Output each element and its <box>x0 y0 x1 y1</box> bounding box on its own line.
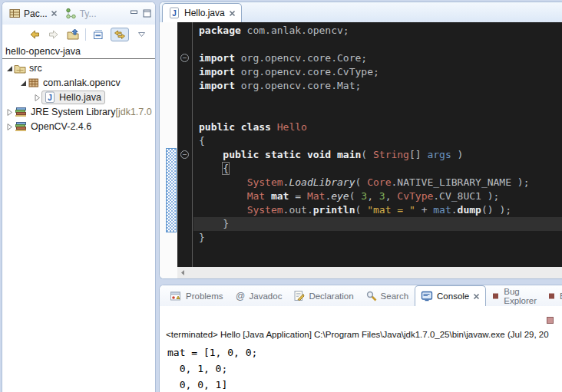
console-tabbar: Problems@JavadocDeclarationSearchConsole… <box>160 285 562 306</box>
code-line-5[interactable]: import org.opencv.core.Mat; <box>193 79 562 93</box>
code-token: org.opencv.core.Core; <box>235 52 367 64</box>
expander-collapsed-icon[interactable] <box>33 92 41 103</box>
fold-collapse-icon[interactable]: – <box>180 150 189 159</box>
console-tab-declaration[interactable]: Declaration <box>288 285 359 306</box>
minimize-icon[interactable] <box>130 9 138 18</box>
console-tab-problems[interactable]: Problems <box>164 285 229 306</box>
code-token: ( <box>361 149 373 160</box>
code-line-7[interactable] <box>193 107 562 120</box>
code-line-10[interactable]: public static void main( String[] args ) <box>193 148 562 162</box>
console-status-line: <terminated> Hello [Java Application] C:… <box>166 330 549 339</box>
code-line-6[interactable] <box>193 93 562 107</box>
view-tab-pac[interactable]: Pac... <box>6 6 61 21</box>
fold-collapse-icon[interactable]: – <box>180 54 189 62</box>
code-content[interactable]: package com.anlak.opencv;import org.open… <box>193 24 562 245</box>
code-line-16[interactable]: } <box>193 231 562 245</box>
tree-item-com-anlak-opencv[interactable]: com.anlak.opencv <box>2 75 155 90</box>
view-menu-button[interactable] <box>134 28 148 41</box>
code-line-2[interactable] <box>193 38 562 51</box>
code-line-9[interactable]: { <box>193 134 562 148</box>
code-line-11[interactable]: { <box>193 162 562 176</box>
view-tab-label: Ty... <box>80 8 97 19</box>
tree-root-project[interactable]: hello-opencv-java <box>2 45 155 58</box>
code-token: . <box>451 204 458 216</box>
tree-item-label: src <box>29 63 42 74</box>
up-button[interactable] <box>66 28 80 41</box>
code-line-14[interactable]: System.out.println( "mat = " + mat.dump(… <box>193 203 562 217</box>
back-button[interactable] <box>28 28 41 41</box>
close-icon[interactable] <box>229 10 236 17</box>
code-token: System <box>247 204 283 216</box>
expander-expanded-icon[interactable] <box>5 63 14 74</box>
console-tab-search[interactable]: Search <box>360 285 414 306</box>
package-folder-icon <box>14 62 26 74</box>
link-editor-icon <box>114 29 126 40</box>
code-token: + <box>415 204 433 216</box>
tree-item-jre-system-library[interactable]: JRE System Library [jdk1.7.0 <box>2 104 155 119</box>
code-token: dump <box>458 204 481 216</box>
console-output[interactable]: mat = [1, 0, 0; 0, 1, 0; 0, 0, 1] <box>167 344 257 392</box>
code-line-4[interactable]: import org.opencv.core.CvType; <box>193 65 562 79</box>
code-line-15[interactable]: } <box>193 217 562 231</box>
tree-root-underline <box>2 58 155 59</box>
terminate-button[interactable] <box>547 317 554 324</box>
forward-arrow-icon <box>48 28 60 41</box>
code-token <box>199 149 223 160</box>
close-icon[interactable] <box>473 293 480 300</box>
code-token: println <box>313 204 355 216</box>
code-token: String <box>373 149 409 160</box>
console-tab-label: Problems <box>186 292 223 301</box>
declaration-icon <box>293 290 305 301</box>
console-tab-console[interactable]: Console <box>415 285 486 306</box>
view-tab-ty[interactable]: Ty... <box>62 6 100 21</box>
svg-text:J: J <box>48 93 52 101</box>
up-folder-icon <box>67 28 79 41</box>
editor-hscrollbar[interactable] <box>160 267 562 278</box>
tree-item-src[interactable]: src <box>2 61 155 75</box>
package-explorer-icon <box>9 8 21 19</box>
javadoc-icon: @ <box>235 291 246 301</box>
code-token: mat <box>433 204 451 216</box>
expander-expanded-icon[interactable] <box>19 77 28 88</box>
code-token: "mat = " <box>367 204 415 216</box>
expander-collapsed-icon[interactable] <box>5 107 14 117</box>
code-token: System <box>247 176 283 188</box>
collapse-all-button[interactable] <box>91 28 105 41</box>
code-line-8[interactable]: public class Hello <box>193 120 562 134</box>
back-arrow-icon <box>28 28 41 41</box>
code-token: ) <box>451 149 464 160</box>
tree-item-label: OpenCV-2.4.6 <box>31 121 91 132</box>
code-token: { <box>223 163 229 174</box>
code-line-3[interactable]: import org.opencv.core.Core; <box>193 51 562 65</box>
code-token: import <box>199 66 235 77</box>
package-explorer-toolbar <box>2 25 155 44</box>
code-line-1[interactable]: package com.anlak.opencv; <box>193 24 562 38</box>
link-with-editor-button[interactable] <box>111 28 129 41</box>
package-icon <box>28 77 40 89</box>
bug-icon <box>492 292 500 300</box>
console-tab-bug[interactable]: Bug <box>543 285 562 306</box>
maximize-icon[interactable] <box>143 9 151 18</box>
code-token: Mat <box>247 190 265 202</box>
console-tab-bug-explorer[interactable]: Bug Explorer <box>487 285 542 306</box>
code-token: { <box>199 135 205 147</box>
code-token: args <box>427 149 451 160</box>
expander-collapsed-icon[interactable] <box>5 121 14 132</box>
editor-tab-hello-java[interactable]: J Hello.java <box>162 3 242 22</box>
tree-item-decoration: [jdk1.7.0 <box>115 107 151 117</box>
scroll-left-icon[interactable] <box>180 269 186 276</box>
code-viewport[interactable]: –– package com.anlak.opencv;import org.o… <box>177 22 562 267</box>
code-token: = <box>289 190 306 202</box>
code-line-13[interactable]: Mat mat = Mat.eye( 3, 3, CvType.CV_8UC1 … <box>193 189 562 203</box>
console-tab-javadoc[interactable]: @Javadoc <box>230 285 288 306</box>
tree-item-hello-java[interactable]: JHello.java <box>2 90 155 104</box>
folding-ruler[interactable]: –– <box>177 22 193 267</box>
svg-text:@: @ <box>235 291 244 301</box>
forward-button[interactable] <box>47 28 61 41</box>
tree-item-label: JRE System Library <box>31 107 115 117</box>
svg-text:J: J <box>172 9 177 18</box>
code-token: CvType <box>397 190 433 202</box>
close-icon[interactable] <box>51 10 58 17</box>
tree-item-opencv-2-4-6[interactable]: OpenCV-2.4.6 <box>2 119 155 133</box>
code-line-12[interactable]: System.LoadLibrary( Core.NATIVE_LIBRARY_… <box>193 176 562 189</box>
